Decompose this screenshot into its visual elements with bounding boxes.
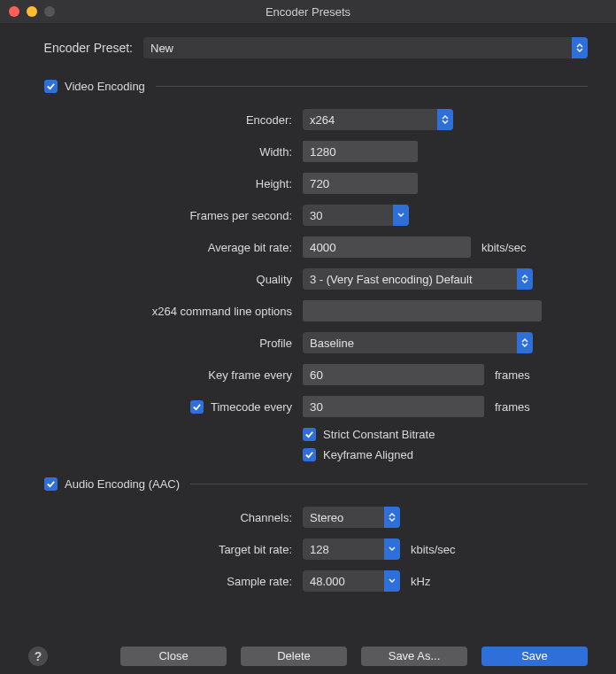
tbr-suffix: kbits/sec: [411, 543, 456, 556]
encoder-select[interactable]: x264: [303, 109, 453, 130]
scbr-checkbox[interactable]: [303, 428, 316, 441]
chevron-down-icon: [384, 538, 400, 560]
channels-label: Channels:: [28, 511, 303, 524]
encoder-value: x264: [310, 113, 335, 127]
fps-value: 30: [310, 209, 322, 222]
channels-value: Stereo: [310, 511, 343, 524]
close-button[interactable]: Close: [120, 647, 227, 666]
profile-value: Baseline: [310, 337, 354, 350]
sr-suffix: kHz: [411, 575, 430, 588]
timecode-suffix: frames: [495, 400, 530, 414]
height-label: Height:: [28, 177, 303, 190]
height-input[interactable]: [303, 173, 418, 194]
quality-label: Quality: [28, 273, 303, 286]
keyframe-suffix: frames: [495, 368, 530, 382]
quality-value: 3 - (Very Fast encoding) Default: [310, 273, 473, 286]
saveas-button[interactable]: Save As...: [361, 647, 467, 666]
channels-select[interactable]: Stereo: [303, 507, 400, 528]
tbr-value: 128: [310, 543, 329, 556]
abr-label: Average bit rate:: [28, 241, 303, 254]
window-title: Encoder Presets: [0, 5, 616, 19]
fps-label: Frames per second:: [28, 209, 303, 222]
encoder-preset-label: Encoder Preset:: [28, 41, 143, 55]
tbr-label: Target bit rate:: [28, 543, 303, 556]
delete-button[interactable]: Delete: [241, 647, 347, 666]
timecode-label: Timecode every: [211, 400, 292, 414]
updown-icon: [437, 109, 453, 130]
profile-select[interactable]: Baseline: [303, 332, 533, 353]
quality-select[interactable]: 3 - (Very Fast encoding) Default: [303, 268, 533, 290]
width-label: Width:: [28, 145, 303, 159]
chevron-down-icon: [393, 205, 409, 226]
updown-icon: [572, 37, 588, 58]
video-encoding-label: Video Encoding: [65, 80, 145, 93]
keyframe-input[interactable]: [303, 364, 484, 385]
cmdline-label: x264 command line options: [28, 305, 303, 318]
encoder-preset-value: New: [150, 42, 173, 55]
encoder-label: Encoder:: [28, 113, 303, 127]
cmdline-input[interactable]: [303, 300, 542, 322]
sr-combo[interactable]: 48.000: [303, 570, 400, 592]
video-encoding-checkbox[interactable]: [44, 80, 58, 93]
timecode-checkbox[interactable]: [190, 400, 204, 414]
kfa-label: Keyframe Aligned: [323, 448, 413, 461]
timecode-input[interactable]: [303, 396, 484, 417]
abr-suffix: kbits/sec: [481, 241, 527, 254]
encoder-preset-select[interactable]: New: [143, 37, 588, 58]
keyframe-label: Key frame every: [28, 368, 303, 382]
width-input[interactable]: [303, 141, 418, 162]
updown-icon: [517, 268, 533, 290]
scbr-label: Strict Constant Bitrate: [323, 428, 435, 441]
sr-label: Sample rate:: [28, 575, 303, 588]
abr-input[interactable]: [303, 236, 471, 258]
divider: [156, 86, 588, 87]
updown-icon: [384, 507, 400, 528]
audio-encoding-checkbox[interactable]: [44, 477, 58, 491]
fps-combo[interactable]: 30: [303, 205, 409, 226]
kfa-checkbox[interactable]: [303, 448, 316, 461]
divider: [190, 484, 588, 484]
profile-label: Profile: [28, 337, 303, 350]
chevron-down-icon: [384, 570, 400, 592]
titlebar: Encoder Presets: [0, 0, 616, 23]
help-button[interactable]: ?: [28, 647, 48, 666]
audio-encoding-label: Audio Encoding (AAC): [65, 477, 180, 491]
updown-icon: [517, 332, 533, 353]
tbr-combo[interactable]: 128: [303, 538, 400, 560]
sr-value: 48.000: [310, 575, 345, 588]
save-button[interactable]: Save: [481, 647, 588, 666]
